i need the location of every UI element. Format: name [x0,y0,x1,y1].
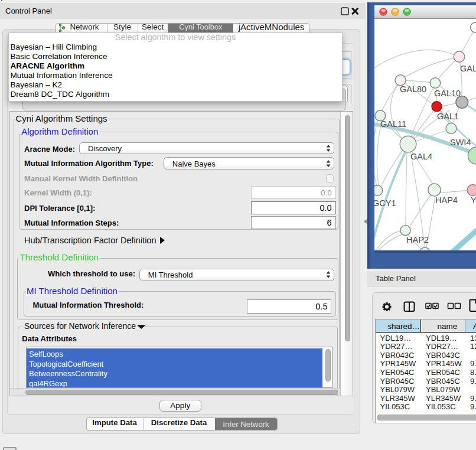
svg-text:HAP4: HAP4 [435,195,458,204]
svg-text:GCY1: GCY1 [374,198,396,207]
svg-text:HAP2: HAP2 [406,234,429,244]
svg-text:GAL80: GAL80 [400,84,426,93]
svg-text:GAL4: GAL4 [410,151,432,161]
svg-text:YM: YM [471,195,476,204]
svg-text:GAL1: GAL1 [437,111,459,120]
svg-text:GAL11: GAL11 [380,119,406,128]
svg-text:GAL7: GAL7 [460,63,476,73]
svg-text:SWI4: SWI4 [450,137,471,146]
svg-text:GAL10: GAL10 [434,88,461,97]
